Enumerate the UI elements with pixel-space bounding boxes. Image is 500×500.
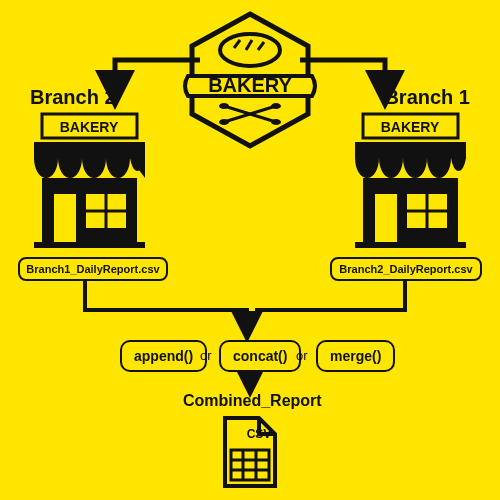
or-1: or xyxy=(200,348,212,363)
shop-left-sign: BAKERY xyxy=(60,119,119,135)
svg-rect-12 xyxy=(34,142,145,158)
svg-line-2 xyxy=(234,40,240,48)
svg-point-10 xyxy=(271,103,281,109)
output-label: Combined_Report xyxy=(183,392,322,410)
logo-text: BAKERY xyxy=(208,74,292,96)
shop-icon-left: BAKERY xyxy=(32,112,147,252)
svg-rect-18 xyxy=(34,242,145,248)
csv-file-icon: CSV xyxy=(219,414,281,490)
branch-left-label: Branch 2 xyxy=(30,86,116,109)
svg-rect-20 xyxy=(355,142,466,158)
svg-point-1 xyxy=(220,34,280,66)
branch-right-label: Branch 1 xyxy=(384,86,470,109)
func-concat: concat() xyxy=(219,340,301,372)
shop-right-sign: BAKERY xyxy=(381,119,440,135)
file-right: Branch2_DailyReport.csv xyxy=(330,257,482,281)
svg-point-9 xyxy=(219,119,229,125)
or-2: or xyxy=(296,348,308,363)
svg-rect-26 xyxy=(355,242,466,248)
bakery-logo: BAKERY xyxy=(180,10,320,160)
func-append: append() xyxy=(120,340,207,372)
func-merge: merge() xyxy=(316,340,395,372)
svg-rect-22 xyxy=(375,194,397,244)
svg-point-8 xyxy=(271,119,281,125)
svg-line-3 xyxy=(246,40,252,50)
file-left: Branch1_DailyReport.csv xyxy=(18,257,168,281)
csv-tag: CSV xyxy=(247,427,272,441)
svg-point-7 xyxy=(219,103,229,109)
svg-rect-14 xyxy=(54,194,76,244)
svg-line-4 xyxy=(258,42,264,50)
shop-icon-right: BAKERY xyxy=(353,112,468,252)
